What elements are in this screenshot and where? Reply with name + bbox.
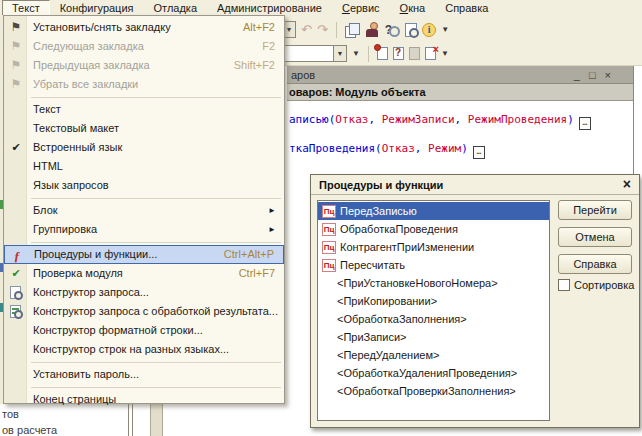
bookmark-toggle-icon: ⚑ xyxy=(8,18,24,37)
menubar-item-сервис[interactable]: Сервис xyxy=(332,0,390,17)
menu-item-label: Установить пароль... xyxy=(33,368,139,380)
procedure-icon: Пц xyxy=(322,205,336,218)
menu-item-shortcut: F2 xyxy=(262,37,275,56)
menu-item[interactable]: Группировка► xyxy=(4,220,284,239)
menu-item[interactable]: Конструктор запроса... xyxy=(4,283,284,302)
code-token: , xyxy=(415,142,428,155)
procedure-list-item[interactable]: ПцПередЗаписью xyxy=(318,202,549,220)
procedure-icon: Пц xyxy=(322,259,336,272)
query-result-builder-icon xyxy=(10,305,21,318)
code-token: Отказ xyxy=(382,142,415,155)
procedure-list-item[interactable]: <ПриУстановкеНовогоНомера> xyxy=(318,274,549,292)
menu-item-shortcut: Shift+F2 xyxy=(234,56,275,75)
left-toolbar-sliver xyxy=(0,15,3,404)
add-bookmark-icon[interactable] xyxy=(377,47,388,60)
procedure-name: <ОбработкаЗаполнения> xyxy=(337,310,467,328)
procedure-icon: Пц xyxy=(322,223,336,236)
menu-item: ⚑Следующая закладкаF2 xyxy=(4,37,284,56)
bookmark-clear-icon: ⚑ xyxy=(8,75,24,94)
close-icon[interactable]: × xyxy=(623,176,631,192)
menu-item-shortcut: Alt+F2 xyxy=(243,18,275,37)
code-token: Отказ xyxy=(335,113,368,126)
procedure-list-item[interactable]: ПцПересчитать xyxy=(318,256,549,274)
info-icon[interactable]: i xyxy=(422,23,436,37)
copy-icon[interactable] xyxy=(345,23,359,37)
menu-item[interactable]: Конструктор форматной строки... xyxy=(4,321,284,340)
menu-item[interactable]: ⚑Установить/снять закладкуAlt+F2 xyxy=(4,18,284,37)
window-title: аров xyxy=(291,69,315,81)
procedure-list-item[interactable]: <ОбработкаПроверкиЗаполнения> xyxy=(318,382,549,400)
code-token: ) xyxy=(567,113,574,126)
close-icon[interactable]: × xyxy=(605,70,611,81)
help-button[interactable]: Справка xyxy=(558,254,632,274)
chevron-down-icon[interactable]: ▼ xyxy=(333,46,346,61)
combo-overflow-icon[interactable]: ▼ xyxy=(352,49,360,58)
procedures-functions-dialog: Процедуры и функции × ПцПередЗаписьюПцОб… xyxy=(310,174,640,428)
procedure-list-item[interactable]: <ПриЗаписи> xyxy=(318,328,549,346)
question-mark-icon: ? xyxy=(395,47,401,58)
module-caption-text: оваров: Модуль объекта xyxy=(289,86,426,98)
procedure-name: ОбработкаПроведения xyxy=(340,220,458,238)
module-caption: оваров: Модуль объекта xyxy=(287,84,633,101)
maximize-icon[interactable]: □ xyxy=(589,70,596,81)
menu-item-label: Убрать все закладки xyxy=(33,78,138,90)
procedure-list-item[interactable]: <ПриКопировании> xyxy=(318,292,549,310)
menu-item[interactable]: ✔Встроенный язык xyxy=(4,138,284,157)
procedure-combobox[interactable]: ▼ xyxy=(281,45,347,62)
menu-item[interactable]: Конструктор строк на разных языках... xyxy=(4,340,284,359)
menu-item[interactable]: Конструктор запроса с обработкой результ… xyxy=(4,302,284,321)
procedure-name: <ПриЗаписи> xyxy=(337,328,407,346)
menubar-item-справка[interactable]: Справка xyxy=(435,0,498,17)
delete-page-icon[interactable]: × xyxy=(425,47,436,60)
menubar-item-окна[interactable]: Окна xyxy=(390,0,436,17)
procedure-name: КонтрагентПриИзменении xyxy=(340,238,474,256)
code-token: Режим xyxy=(428,142,461,155)
code-line: ткаПроведения(Отказ, Режим)… xyxy=(289,142,485,159)
menu-item[interactable]: Конец страницы xyxy=(4,390,284,409)
designer-app: ТекстКонфигурацияОтладкаАдминистрировани… xyxy=(0,0,642,436)
sort-checkbox[interactable]: Сортировка xyxy=(558,279,634,291)
menu-item[interactable]: Блок► xyxy=(4,201,284,220)
find-in-document-icon[interactable] xyxy=(405,23,417,37)
query-builder-icon xyxy=(10,286,21,299)
menu-item-label: Язык запросов xyxy=(33,179,109,191)
procedures-list: ПцПередЗаписьюПцОбработкаПроведенияПцКон… xyxy=(317,200,550,421)
menu-item[interactable]: Текстовый макет xyxy=(4,119,284,138)
bookmark-help-icon[interactable]: ? xyxy=(393,47,404,60)
menubar: ТекстКонфигурацияОтладкаАдминистрировани… xyxy=(0,0,642,16)
code-token: ткаПроведения( xyxy=(289,142,382,155)
procedure-name: ПередЗаписью xyxy=(340,202,417,220)
syntax-assistant-icon[interactable] xyxy=(364,22,380,37)
procedures-toolbar: ▼ ▼ ? × ▼ xyxy=(281,45,449,62)
code-token: РежимПроведения xyxy=(468,113,567,126)
menu-item[interactable]: ƒПроцедуры и функции...Ctrl+Alt+P xyxy=(4,245,284,264)
menu-item[interactable]: ✔Проверка модуляCtrl+F7 xyxy=(4,264,284,283)
menu-item-label: Процедуры и функции... xyxy=(34,248,157,260)
checkbox-icon[interactable] xyxy=(558,279,570,291)
toolbar-icon-sliver xyxy=(0,263,3,272)
goto-button[interactable]: Перейти xyxy=(558,200,632,220)
menu-item[interactable]: HTML xyxy=(4,157,284,176)
menu-item[interactable]: Установить пароль... xyxy=(4,365,284,384)
procedure-list-item[interactable]: <ПередУдалением> xyxy=(318,346,549,364)
collapsed-code-icon[interactable]: … xyxy=(579,117,591,130)
menu-item-label: Текст xyxy=(33,103,61,115)
cancel-button[interactable]: Отмена xyxy=(558,227,632,247)
help-search-icon[interactable]: ? xyxy=(385,23,400,37)
procedure-list-item[interactable]: ПцКонтрагентПриИзменении xyxy=(318,238,549,256)
submenu-arrow-icon: ► xyxy=(268,220,276,239)
menu-item[interactable]: Текст xyxy=(4,100,284,119)
dialog-titlebar[interactable]: Процедуры и функции × xyxy=(311,175,639,195)
procedure-list-item[interactable]: ПцОбработкаПроведения xyxy=(318,220,549,238)
procedure-list-item[interactable]: <ОбработкаЗаполнения> xyxy=(318,310,549,328)
collapsed-code-icon[interactable]: … xyxy=(473,146,485,159)
toolbar-overflow-icon[interactable]: ▼ xyxy=(441,25,449,34)
procedure-name: <ОбработкаУдаленияПроведения> xyxy=(337,364,517,382)
window-titlebar[interactable]: аров _ □ × xyxy=(287,66,633,84)
menu-item[interactable]: Язык запросов xyxy=(4,176,284,195)
procedure-list-item[interactable]: <ОбработкаУдаленияПроведения> xyxy=(318,364,549,382)
minimize-icon[interactable]: _ xyxy=(574,70,580,81)
procedure-name: <ПриУстановкеНовогоНомера> xyxy=(337,274,498,292)
toolbar-overflow-icon[interactable]: ▼ xyxy=(441,49,449,58)
text-menu-dropdown: ⚑Установить/снять закладкуAlt+F2⚑Следующ… xyxy=(3,15,285,404)
